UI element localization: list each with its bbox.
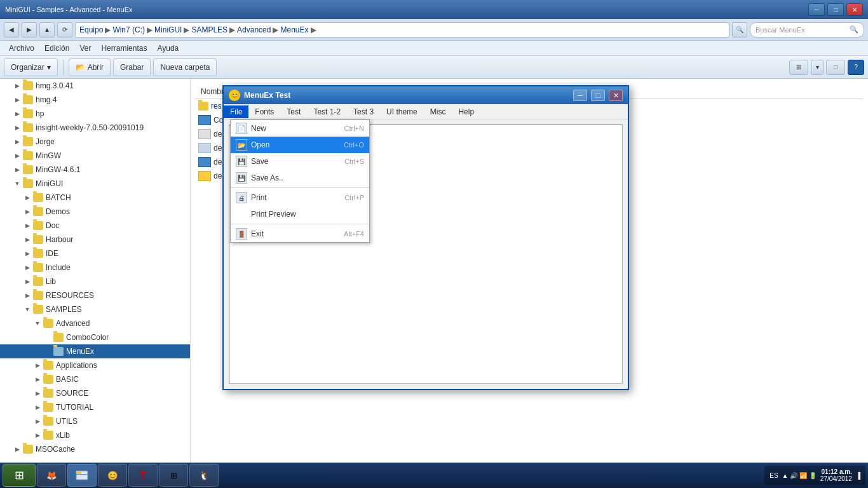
sidebar-item-minigui[interactable]: ▼ MiniGUI (0, 177, 190, 191)
open-button[interactable]: 📂 Abrir (69, 58, 111, 76)
breadcrumb-equipo[interactable]: Equipo (79, 25, 103, 34)
dropdown-item-saveas[interactable]: 💾 Save As.. (231, 170, 369, 186)
popup-menu-misc[interactable]: Misc (424, 105, 452, 118)
sidebar-item-harbour[interactable]: ▶ Harbour (0, 233, 190, 247)
sidebar-item-menuex[interactable]: MenuEx (0, 344, 190, 358)
sidebar-item-hmg4[interactable]: ▶ hmg.4 (0, 93, 190, 107)
burn-button[interactable]: Grabar (113, 58, 151, 76)
expand-icon[interactable]: ▶ (13, 95, 22, 104)
sidebar-item-advanced[interactable]: ▼ Advanced (0, 316, 190, 330)
menu-archivo[interactable]: Archivo (4, 42, 39, 55)
sidebar-item-doc[interactable]: ▶ Doc (0, 219, 190, 233)
expand-icon[interactable]: ▶ (23, 207, 32, 216)
sidebar-item-xlib[interactable]: ▶ xLib (0, 428, 190, 442)
breadcrumb-win7[interactable]: Win7 (C:) (112, 25, 145, 34)
sidebar-item-ide[interactable]: ▶ IDE (0, 247, 190, 261)
refresh-button[interactable]: ⟳ (57, 22, 72, 37)
popup-minimize-button[interactable]: ─ (573, 90, 587, 101)
taskbar-explorer[interactable] (67, 464, 97, 487)
expand-icon[interactable]: ▶ (23, 263, 32, 272)
sidebar-item-applications[interactable]: ▶ Applications (0, 358, 190, 372)
expand-icon[interactable]: ▼ (13, 179, 22, 188)
sidebar-item-include[interactable]: ▶ Include (0, 261, 190, 274)
show-desktop-button[interactable]: ▐ (856, 472, 860, 479)
up-button[interactable]: ▲ (39, 22, 55, 37)
sidebar-item-basic[interactable]: ▶ BASIC (0, 372, 190, 386)
expand-icon[interactable]: ▶ (13, 123, 22, 132)
popup-menu-file[interactable]: File (224, 105, 248, 118)
expand-icon[interactable]: ▶ (33, 417, 42, 426)
dropdown-item-exit[interactable]: 🚪 Exit Alt+F4 (231, 226, 369, 242)
popup-menu-fonts[interactable]: Fonts (248, 105, 280, 118)
new-folder-button[interactable]: Nueva carpeta (153, 58, 217, 76)
expand-icon[interactable]: ▶ (13, 445, 22, 454)
menu-ver[interactable]: Ver (74, 42, 96, 55)
start-button[interactable]: ⊞ (3, 464, 36, 487)
expand-icon[interactable]: ▼ (23, 305, 32, 314)
preview-pane-button[interactable]: □ (826, 60, 845, 75)
sidebar-item-resources[interactable]: ▶ RESOURCES (0, 288, 190, 302)
expand-icon[interactable]: ▶ (33, 389, 42, 398)
dropdown-item-open[interactable]: 📂 Open Ctrl+O (231, 137, 369, 153)
popup-maximize-button[interactable]: □ (591, 90, 605, 101)
expand-icon[interactable]: ▶ (13, 109, 22, 118)
sidebar-item-mingw461[interactable]: ▶ MinGW-4.6.1 (0, 163, 190, 177)
sidebar-item-lib[interactable]: ▶ Lib (0, 274, 190, 288)
breadcrumb-menuex[interactable]: MenuEx (280, 25, 308, 34)
search-icon[interactable]: 🔍 (732, 22, 747, 37)
forward-button[interactable]: ▶ (22, 22, 37, 37)
expand-icon[interactable]: ▶ (23, 249, 32, 258)
address-path[interactable]: Equipo ▶ Win7 (C:) ▶ MiniGUI ▶ SAMPLES ▶… (75, 22, 729, 37)
breadcrumb-minigui[interactable]: MiniGUI (154, 25, 182, 34)
view-list-button[interactable]: ⊞ (789, 60, 808, 75)
expand-icon[interactable]: ▶ (33, 403, 42, 412)
dropdown-item-save[interactable]: 💾 Save Ctrl+S (231, 153, 369, 170)
sidebar-item-combocolor[interactable]: ComboColor (0, 330, 190, 344)
taskbar-win[interactable]: ⊞ (159, 464, 188, 487)
back-button[interactable]: ◀ (4, 22, 19, 37)
organize-button[interactable]: Organizar ▾ (4, 58, 58, 76)
sidebar-item-demos[interactable]: ▶ Demos (0, 205, 190, 219)
expand-icon[interactable]: ▶ (23, 277, 32, 286)
breadcrumb-samples[interactable]: SAMPLES (191, 25, 227, 34)
maximize-button[interactable]: □ (827, 3, 844, 16)
sidebar-item-insight[interactable]: ▶ insight-weekly-7.0.50-20091019 (0, 121, 190, 135)
popup-menu-help[interactable]: Help (452, 105, 480, 118)
expand-icon[interactable]: ▶ (33, 361, 42, 370)
popup-menu-test[interactable]: Test (280, 105, 307, 118)
taskbar-smiley[interactable]: 😊 (98, 464, 127, 487)
close-button[interactable]: ✕ (846, 3, 863, 16)
expand-icon[interactable]: ▶ (33, 431, 42, 440)
expand-icon[interactable]: ▶ (23, 235, 32, 244)
expand-icon[interactable]: ▶ (13, 81, 22, 90)
search-box[interactable]: Buscar MenuEx 🔍 (750, 22, 864, 37)
expand-icon[interactable]: ▶ (23, 193, 32, 202)
minimize-button[interactable]: ─ (808, 3, 825, 16)
sidebar-item-tutorial[interactable]: ▶ TUTORIAL (0, 400, 190, 414)
dropdown-item-new[interactable]: 📄 New Ctrl+N (231, 120, 369, 137)
menu-edicion[interactable]: Edición (39, 42, 74, 55)
expand-icon[interactable]: ▶ (33, 375, 42, 384)
menu-herramientas[interactable]: Herramientas (96, 42, 152, 55)
sidebar-item-hmg3[interactable]: ▶ hmg.3.0.41 (0, 79, 190, 93)
dropdown-item-print[interactable]: 🖨 Print Ctrl+P (231, 189, 369, 206)
expand-icon[interactable]: ▶ (23, 221, 32, 230)
expand-icon[interactable]: ▶ (13, 137, 22, 146)
sidebar-item-jorge[interactable]: ▶ Jorge (0, 135, 190, 149)
taskbar-t[interactable]: T (128, 464, 158, 487)
breadcrumb-advanced[interactable]: Advanced (237, 25, 271, 34)
expand-icon[interactable]: ▼ (33, 319, 42, 328)
sidebar-item-source[interactable]: ▶ SOURCE (0, 386, 190, 400)
expand-icon[interactable]: ▶ (23, 291, 32, 300)
dropdown-item-printpreview[interactable]: Print Preview (231, 206, 369, 222)
popup-menu-test12[interactable]: Test 1-2 (307, 105, 347, 118)
sidebar-item-batch[interactable]: ▶ BATCH (0, 191, 190, 205)
help-button[interactable]: ? (848, 60, 864, 75)
menu-ayuda[interactable]: Ayuda (152, 42, 184, 55)
popup-menu-uitheme[interactable]: UI theme (380, 105, 424, 118)
popup-close-button[interactable]: ✕ (609, 90, 623, 101)
view-details-button[interactable]: ▾ (811, 60, 824, 75)
taskbar-penguin[interactable]: 🐧 (189, 464, 219, 487)
sidebar-item-msocache[interactable]: ▶ MSOCache (0, 442, 190, 456)
taskbar-firefox[interactable]: 🦊 (37, 464, 66, 487)
